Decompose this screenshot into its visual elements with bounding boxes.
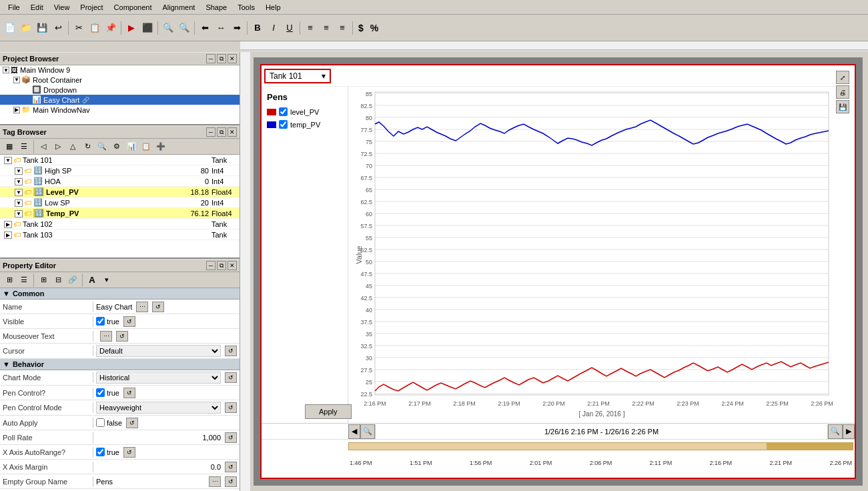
time-zoom-in[interactable]: 🔍	[360, 424, 375, 439]
tag-row-hoa[interactable]: ▼ 🏷 🔢 HOA 0 Int4	[0, 176, 240, 187]
project-browser-minimize[interactable]: ─	[206, 54, 215, 63]
expand-main-window[interactable]: ▼	[3, 67, 9, 73]
prop-reset-name[interactable]: ↺	[152, 302, 164, 312]
toolbar-align-right[interactable]: ➡	[230, 21, 244, 35]
pencontrol-checkbox[interactable]	[96, 388, 105, 397]
tag-browser-float[interactable]: ⧉	[217, 127, 226, 137]
prop-reset-emptygroupname[interactable]: ↺	[225, 476, 237, 487]
prop-reset-pencontrolmode[interactable]: ↺	[225, 402, 237, 413]
toolbar-undo[interactable]: ↩	[51, 21, 65, 35]
property-editor-minimize[interactable]: ─	[206, 261, 215, 270]
tag-toolbar-up[interactable]: △	[66, 141, 79, 153]
tag-toolbar-more3[interactable]: ➕	[154, 141, 167, 153]
expand-root-container[interactable]: ▼	[13, 77, 20, 83]
tag-browser-minimize[interactable]: ─	[206, 127, 215, 137]
prop-filter-btn[interactable]: ☰	[17, 274, 31, 286]
time-zoom-out[interactable]: 🔍	[828, 424, 843, 439]
prop-font-btn[interactable]: A	[85, 274, 99, 286]
menu-file[interactable]: File	[3, 2, 25, 13]
xautorange-checkbox[interactable]	[96, 448, 105, 456]
toolbar-align-center[interactable]: ↔	[213, 21, 228, 35]
tag-toolbar-search[interactable]: 🔍	[95, 141, 109, 153]
menu-component[interactable]: Component	[109, 2, 157, 13]
menu-alignment[interactable]: Alignment	[157, 2, 200, 13]
toolbar-save[interactable]: 💾	[35, 21, 49, 35]
project-browser-close[interactable]: ✕	[228, 54, 237, 63]
tag-row-levelpv[interactable]: ▼ 🏷 🔢 Level_PV 18.18 Float4	[0, 187, 240, 197]
menu-tools[interactable]: Tools	[232, 2, 260, 13]
tag-toolbar-forward[interactable]: ▷	[51, 141, 65, 153]
prop-edit-emptygroupname[interactable]: ⋯	[209, 476, 221, 487]
prop-edit-mouseover[interactable]: ⋯	[100, 331, 112, 342]
apply-button[interactable]: Apply	[305, 404, 352, 419]
toolbar-align-text-left[interactable]: ≡	[303, 21, 318, 35]
tag-row-tank103[interactable]: ▶ 🏷 Tank 103 Tank	[0, 229, 240, 240]
tree-item-dropdown[interactable]: 🔲 Dropdown	[0, 85, 240, 95]
chart-fullscreen-btn[interactable]: ⤢	[836, 71, 849, 84]
tag-row-tank102[interactable]: ▶ 🏷 Tank 102 Tank	[0, 219, 240, 229]
tag-browser-close[interactable]: ✕	[228, 127, 237, 137]
tag-row-tank101[interactable]: ▼ 🏷 Tank 101 Tank	[0, 155, 240, 165]
chartmode-select[interactable]: Historical Realtime	[96, 372, 221, 384]
time-nav-right[interactable]: ▶	[843, 424, 855, 439]
toolbar-zoom-out[interactable]: 🔍	[177, 21, 191, 35]
toolbar-align-text-center[interactable]: ≡	[319, 21, 334, 35]
toolbar-align-text-right[interactable]: ≡	[335, 21, 350, 35]
toolbar-preview[interactable]: ▶	[124, 21, 139, 35]
prop-expand-btn[interactable]: ⊞	[37, 274, 50, 286]
pen-checkbox-temppv[interactable]	[279, 120, 288, 129]
prop-sort-btn[interactable]: ⊞	[3, 274, 16, 286]
tree-item-root-container[interactable]: ▼ 📦 Root Container	[0, 75, 240, 85]
tag-toolbar-back[interactable]: ◁	[37, 141, 50, 153]
tank-selector[interactable]: Tank 101 ▾	[264, 69, 331, 83]
prop-reset-visible[interactable]: ↺	[123, 316, 135, 327]
visible-checkbox[interactable]	[96, 317, 105, 326]
toolbar-align-left[interactable]: ⬅	[197, 21, 212, 35]
toolbar-underline[interactable]: U	[282, 21, 297, 35]
menu-shape[interactable]: Shape	[200, 2, 232, 13]
toolbar-stop[interactable]: ⬛	[140, 21, 155, 35]
toolbar-italic[interactable]: I	[266, 21, 281, 35]
prop-reset-xautorange[interactable]: ↺	[123, 447, 135, 458]
tree-item-main-window-nav[interactable]: ▶ 📁 Main WindowNav	[0, 105, 240, 115]
prop-reset-chartmode[interactable]: ↺	[225, 372, 237, 383]
property-editor-float[interactable]: ⧉	[217, 261, 226, 270]
tag-row-lowsp[interactable]: ▼ 🏷 🔢 Low SP 20 Int4	[0, 197, 240, 208]
tag-row-temppv[interactable]: ▼ 🏷 🔢 Temp_PV 76.12 Float4	[0, 208, 240, 219]
tag-toolbar-filter[interactable]: ⚙	[110, 141, 123, 153]
menu-edit[interactable]: Edit	[25, 2, 49, 13]
tag-toolbar-more1[interactable]: 📊	[125, 141, 138, 153]
tag-toolbar-list[interactable]: ☰	[17, 141, 31, 153]
expand-main-window-nav[interactable]: ▶	[13, 107, 20, 113]
prop-collapse-btn[interactable]: ⊟	[51, 274, 65, 286]
prop-edit-name[interactable]: ⋯	[136, 302, 148, 312]
prop-section-behavior[interactable]: ▼ Behavior	[0, 359, 240, 370]
toolbar-new[interactable]: 📄	[3, 21, 17, 35]
menu-view[interactable]: View	[49, 2, 75, 13]
toolbar-zoom-in[interactable]: 🔍	[161, 21, 175, 35]
tree-item-main-window[interactable]: ▼ 🖼 Main Window 9	[0, 65, 240, 75]
prop-section-common[interactable]: ▼ Common	[0, 288, 240, 300]
tag-toolbar-grid[interactable]: ▦	[3, 141, 16, 153]
property-editor-close[interactable]: ✕	[228, 261, 237, 270]
tag-toolbar-refresh[interactable]: ↻	[81, 141, 94, 153]
prop-reset-pencontrol[interactable]: ↺	[123, 388, 135, 398]
prop-reset-pollrate[interactable]: ↺	[225, 432, 237, 443]
prop-font-more[interactable]: ▾	[100, 274, 113, 286]
project-browser-float[interactable]: ⧉	[217, 54, 226, 63]
cursor-select[interactable]: Default	[96, 345, 221, 357]
toolbar-paste[interactable]: 📌	[103, 21, 118, 35]
toolbar-cut[interactable]: ✂	[71, 21, 86, 35]
mini-timeline-selection[interactable]	[767, 442, 853, 450]
project-tree[interactable]: ▼ 🖼 Main Window 9 ▼ 📦 Root Container 🔲 D…	[0, 65, 240, 124]
tree-item-easy-chart[interactable]: 📊 Easy Chart 🔗	[0, 95, 240, 105]
autoapply-checkbox[interactable]	[96, 418, 105, 427]
menu-project[interactable]: Project	[75, 2, 108, 13]
tag-area[interactable]: ▼ 🏷 Tank 101 Tank ▼ 🏷 🔢 High SP 80 Int4	[0, 155, 240, 258]
tag-row-highsp[interactable]: ▼ 🏷 🔢 High SP 80 Int4	[0, 165, 240, 176]
toolbar-copy[interactable]: 📋	[87, 21, 102, 35]
prop-binding-btn[interactable]: 🔗	[66, 274, 79, 286]
time-nav-left[interactable]: ◀	[348, 424, 360, 439]
pencontrolmode-select[interactable]: Heavyweight Lightweight	[96, 402, 221, 414]
pen-checkbox-levelpv[interactable]	[279, 107, 288, 116]
